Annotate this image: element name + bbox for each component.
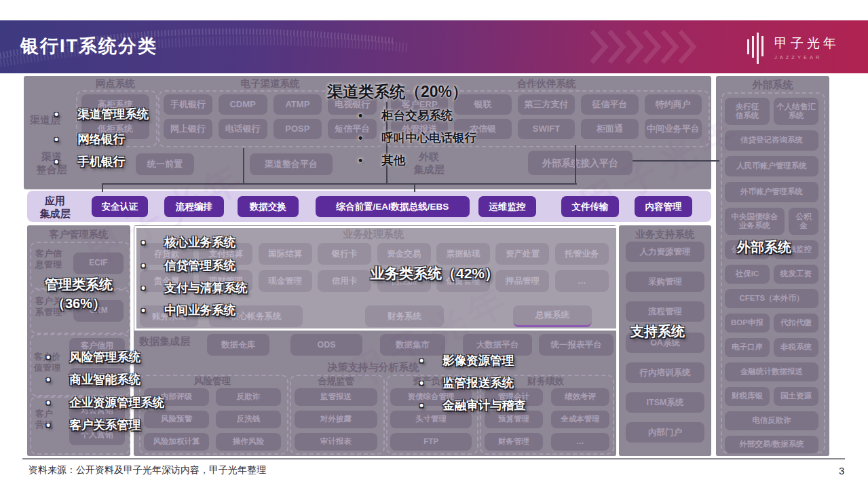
system-box: 非税系统 — [774, 338, 818, 357]
bullet-dot: • — [141, 259, 145, 272]
callout-bullet: •网络银行 — [54, 131, 125, 147]
callout-bullet: •手机银行 — [54, 153, 125, 170]
bullet-dot: • — [46, 396, 50, 409]
callout-bullet: •呼叫中心电话银行 — [358, 130, 476, 146]
system-box: 代扣代缴 — [774, 314, 818, 333]
channel-callout-title: 渠道类系统（20%） — [327, 81, 468, 102]
system-box: 电话银行 — [219, 119, 267, 139]
bullet-dot: • — [54, 155, 58, 168]
layer-label: 外联 集成层 — [407, 151, 451, 178]
layer-label: 数据集成层 — [139, 335, 207, 348]
bullet-dot: • — [358, 131, 362, 145]
brand-logo: 甲子光年 JAZZYEAR — [746, 30, 839, 65]
management-callout-percent: （36%） — [27, 295, 130, 313]
system-box: 特约商户 — [645, 94, 702, 115]
callout-bullet-text: 核心业务系统 — [164, 236, 235, 249]
callout-bullet: •中间业务系统 — [141, 302, 235, 318]
callout-bullet: •影像资源管理 — [419, 352, 514, 369]
system-box: 国土资源 — [774, 387, 818, 406]
callout-bullet: •支付与清算系统 — [141, 280, 248, 296]
system-box: 操作风险 — [216, 433, 281, 451]
integration-box: 文件传输 — [561, 196, 619, 217]
callout-bullet-text: 网络银行 — [77, 132, 125, 146]
system-box: 统一报表平台 — [539, 334, 614, 356]
bullet-dot: • — [46, 373, 50, 386]
bullet-dot: • — [419, 398, 423, 412]
connector-line — [102, 183, 103, 192]
callout-bullet-text: 风险管理系统 — [69, 350, 140, 364]
callout-bullet: •柜台交易系统 — [358, 107, 453, 124]
system-box: FTP — [390, 433, 472, 451]
system-box: 行内培训系统 — [626, 362, 704, 383]
brand-bars-icon — [746, 30, 766, 65]
system-box: 人力资源管理 — [626, 242, 704, 262]
system-box: POSP — [273, 119, 322, 139]
system-box: 渠道整合平台 — [250, 153, 333, 175]
system-box: 金融统计数据报送 — [725, 362, 818, 381]
system-box: 外部系统接入平台 — [528, 151, 633, 175]
system-box: 社保IC — [725, 265, 770, 284]
callout-bullet-text: 客户关系管理 — [69, 418, 140, 432]
system-box: CDMP — [219, 94, 267, 115]
bullet-dot: • — [141, 236, 145, 249]
system-box: BOP申报 — [725, 314, 770, 333]
connector-line — [633, 160, 719, 162]
page-number: 3 — [839, 465, 844, 476]
group-title: 外部系统 — [716, 79, 829, 90]
callout-bullet-text: 支付与清算系统 — [164, 281, 248, 295]
system-box: ECIF — [73, 252, 124, 274]
callout-bullet-text: 商业智能系统 — [69, 373, 140, 386]
system-box: 公积 金 — [789, 208, 818, 235]
slide: 银行IT系统分类 甲子光年 JAZZYEAR 甲子光年甲子光年甲子光年网点系统高… — [0, 0, 868, 488]
page-title: 银行IT系统分类 — [20, 34, 157, 58]
system-box: 统一前置 — [136, 153, 194, 175]
bullet-dot: • — [358, 153, 362, 167]
callout-bullet: •渠道管理系统 — [54, 106, 149, 122]
integration-box: 安全认证 — [92, 196, 148, 217]
system-box: 财税库银 — [725, 387, 770, 406]
footer-divider — [22, 458, 845, 459]
system-box: ITSM系统 — [626, 392, 704, 413]
system-box: 电信反欺诈 — [725, 411, 818, 430]
group-label: 合规监管 — [290, 376, 382, 386]
system-box: 全成本管理 — [551, 411, 609, 428]
system-box: 审计报表 — [295, 433, 377, 451]
system-box: 流程管理 — [626, 301, 704, 322]
external-callout-title: 外部系统 — [737, 238, 791, 257]
bullet-dot: • — [141, 303, 145, 317]
callout-bullet: •核心业务系统 — [141, 234, 235, 250]
system-box: SWIFT — [518, 119, 575, 139]
integration-box: 内容管理 — [635, 196, 692, 217]
callout-bullet: •其他 — [358, 152, 405, 168]
group-title: 业务支持系统 — [619, 228, 711, 239]
management-callout-title: 管理类系统 — [27, 276, 130, 294]
bullet-dot: • — [46, 418, 50, 432]
integration-box: 运维监控 — [478, 196, 536, 217]
callout-bullet-text: 其他 — [381, 153, 405, 167]
slide-header: 银行IT系统分类 甲子光年 JAZZYEAR — [0, 20, 868, 73]
bullet-dot: • — [54, 107, 58, 121]
system-box: 外部交易/数据系统 — [725, 436, 818, 453]
integration-box: 流程编排 — [164, 196, 224, 217]
callout-bullet-text: 渠道管理系统 — [77, 107, 149, 121]
brand-subtitle: JAZZYEAR — [774, 54, 839, 60]
callout-bullet: •商业智能系统 — [46, 371, 140, 388]
bullet-dot: • — [358, 109, 362, 122]
system-box: 数据仓库 — [207, 334, 269, 356]
system-box: 柜面通 — [581, 119, 638, 139]
bullet-dot: • — [141, 281, 145, 295]
integration-box: 综合前置/EAI数据总线/EBS — [316, 196, 470, 217]
bullet-dot: • — [46, 350, 50, 364]
callout-bullet-text: 信贷管理系统 — [164, 259, 235, 272]
system-box: ODS — [290, 334, 362, 356]
business-callout-title: 业务类系统（42%） — [371, 264, 499, 283]
system-box: 对外披露 — [295, 411, 377, 428]
callout-bullet-text: 金融审计与稽查 — [442, 398, 526, 412]
system-box: 风险预警 — [144, 411, 209, 428]
group-label: 风险管理 — [139, 376, 286, 386]
callout-bullet-text: 企业资源管理系统 — [69, 396, 164, 409]
system-box: 网上银行 — [164, 119, 212, 139]
system-box: 采购管理 — [626, 271, 704, 292]
system-box: 监管报送 — [295, 388, 377, 406]
bullet-dot: • — [419, 376, 423, 390]
